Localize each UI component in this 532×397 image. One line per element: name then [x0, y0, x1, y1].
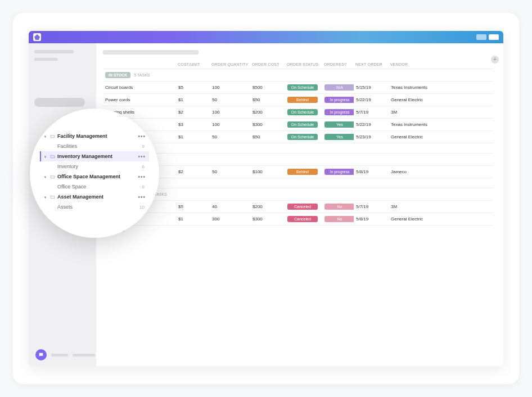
task-name: Circuit boards	[103, 82, 176, 94]
main-panel: + COST/UNITORDER QUANTITYORDER COSTORDER…	[96, 43, 503, 366]
ordered[interactable]: In progress	[322, 94, 354, 106]
folder-menu-button[interactable]: •••	[138, 154, 149, 160]
table-row[interactable]: Circuit boards$5100$500On ScheduleN/A5/1…	[103, 82, 493, 94]
window-maximize-button[interactable]	[489, 34, 499, 40]
order-cost: $300	[250, 213, 285, 225]
new-task-row[interactable]: + New task	[103, 143, 493, 154]
order-cost: $50	[250, 131, 285, 143]
next-order: 5/8/19	[354, 166, 389, 178]
ordered[interactable]: Yes	[322, 119, 354, 131]
folder-menu-button[interactable]: •••	[138, 194, 149, 200]
section-header[interactable]: NO LONGER USED2 TASKS	[103, 188, 493, 201]
inventory-table: COST/UNITORDER QUANTITYORDER COSTORDER S…	[103, 60, 493, 235]
chevron-down-icon: ▾	[44, 195, 49, 199]
cost-unit: $1	[176, 213, 210, 225]
folder-icon	[49, 174, 56, 179]
chevron-down-icon: ▾	[44, 175, 49, 179]
list-label: Inventory	[56, 164, 142, 169]
sidebar-list[interactable]: Inventory6	[40, 161, 149, 172]
sidebar-folder[interactable]: ▾Office Space Management•••	[40, 172, 149, 182]
order-status[interactable]: Behind	[285, 166, 322, 178]
ordered[interactable]: N/A	[322, 82, 354, 94]
cost-unit: $5	[176, 82, 210, 94]
column-header[interactable]: ORDER COST	[250, 60, 285, 69]
table-row[interactable]: USB cords$250$100BehindIn progress5/8/19…	[103, 166, 493, 178]
vendor: General Electric	[389, 131, 493, 143]
order-cost: $500	[250, 82, 285, 94]
app-logo-icon	[33, 33, 41, 41]
list-count: 8	[142, 184, 149, 190]
ordered[interactable]: No	[322, 213, 354, 225]
ordered[interactable]: In progress	[322, 106, 354, 119]
folder-label: Asset Management	[56, 194, 138, 200]
table-row[interactable]: Capacitors$1300$300CanceledNo5/8/19Gener…	[103, 213, 493, 225]
order-cost: $50	[250, 94, 285, 106]
order-qty: 40	[210, 201, 250, 213]
vendor: 3M	[389, 106, 493, 119]
list-label: Office Space	[56, 184, 142, 190]
sidebar-list[interactable]: Facilities9	[40, 141, 149, 151]
section-badge: IN STOCK	[105, 72, 130, 78]
cost-unit: $2	[176, 106, 210, 119]
window-minimize-button[interactable]	[476, 34, 486, 40]
order-status[interactable]: Canceled	[285, 213, 322, 225]
cost-unit: $3	[176, 119, 210, 131]
list-count: 10	[139, 205, 149, 210]
order-status[interactable]: Canceled	[285, 201, 322, 213]
folder-icon	[49, 134, 56, 139]
vendor: Texas Instruments	[389, 119, 493, 131]
search-input[interactable]	[34, 98, 85, 107]
next-order: 5/22/19	[354, 94, 389, 106]
column-header[interactable]: ORDERED?	[322, 60, 354, 69]
column-header[interactable]: COST/UNIT	[176, 60, 210, 69]
order-status[interactable]: On Schedule	[285, 106, 322, 119]
ordered[interactable]: Yes	[322, 131, 354, 143]
ordered[interactable]: No	[322, 201, 354, 213]
window-controls	[476, 34, 499, 40]
table-row[interactable]: Housing shells$2100$200On ScheduleIn pro…	[103, 106, 493, 119]
section-header[interactable]: IN STOCK5 TASKS	[103, 69, 493, 82]
order-status[interactable]: Behind	[285, 94, 322, 106]
order-status[interactable]: On Schedule	[285, 119, 322, 131]
vendor: Texas Instruments	[389, 82, 493, 94]
column-header[interactable]: NEXT ORDER	[354, 60, 389, 69]
next-order: 5/23/19	[354, 131, 389, 143]
table-row[interactable]: Ribbon cables$150$50On ScheduleYes5/23/1…	[103, 131, 493, 143]
add-column-button[interactable]: +	[491, 56, 499, 64]
sidebar-placeholder	[34, 50, 74, 53]
folder-menu-button[interactable]: •••	[138, 174, 149, 180]
sidebar-magnifier: ▾Facility Management•••Facilities9▾Inven…	[30, 109, 159, 238]
table-row[interactable]: Power cords$150$50BehindIn progress5/22/…	[103, 94, 493, 106]
section-header[interactable]: OUT OF STOCK1 TASK	[103, 154, 493, 166]
folder-label: Office Space Management	[56, 174, 138, 179]
column-header[interactable]: VENDOR	[389, 60, 493, 69]
column-header[interactable]: ORDER QUANTITY	[210, 60, 250, 69]
sidebar-list[interactable]: Office Space8	[40, 182, 149, 192]
order-status[interactable]: On Schedule	[285, 82, 322, 94]
sidebar-folder[interactable]: ▾Facility Management•••	[40, 131, 149, 141]
cost-unit: $1	[176, 94, 210, 106]
sidebar-folder[interactable]: ▾Asset Management•••	[40, 192, 149, 202]
order-qty: 300	[210, 213, 250, 225]
list-label: Facilities	[56, 143, 142, 149]
order-qty: 100	[210, 82, 250, 94]
order-status[interactable]: On Schedule	[285, 131, 322, 143]
sidebar-folder[interactable]: ▾Inventory Management•••	[40, 151, 149, 161]
table-row[interactable]: Metal cases$540$200CanceledNo5/7/193M	[103, 201, 493, 213]
cost-unit: $2	[176, 166, 210, 178]
footer-placeholder	[51, 354, 68, 357]
sidebar-placeholder	[34, 58, 58, 61]
cost-unit: $1	[176, 131, 210, 143]
order-qty: 100	[210, 119, 250, 131]
table-head: COST/UNITORDER QUANTITYORDER COSTORDER S…	[103, 60, 493, 69]
new-task-row[interactable]: + New task	[103, 225, 493, 236]
sidebar-list[interactable]: Assets10	[40, 202, 149, 212]
order-qty: 100	[210, 106, 250, 119]
vendor: Jameco	[389, 166, 493, 178]
vendor: 3M	[389, 201, 493, 213]
column-header[interactable]: ORDER STATUS	[285, 60, 322, 69]
chat-button[interactable]	[35, 349, 47, 360]
table-row[interactable]: Displays$3100$300On ScheduleYes5/22/19Te…	[103, 119, 493, 131]
new-task-row[interactable]: + New task	[103, 178, 493, 188]
ordered[interactable]: In progress	[322, 166, 354, 178]
